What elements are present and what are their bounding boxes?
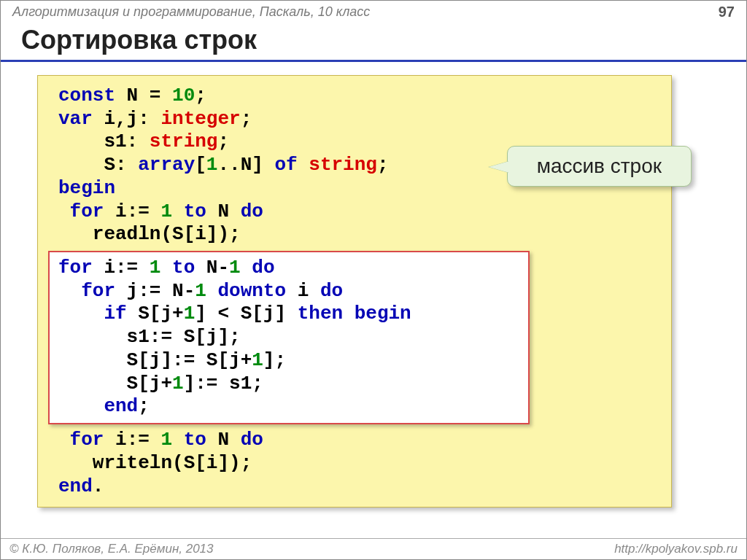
code-line: var i,j: integer; [58,108,649,131]
callout-array-of-strings: массив строк [507,146,692,187]
highlighted-code-block: for i:= 1 to N-1 do for j:= N-1 downto i… [48,251,530,424]
code-line: S[j+1]:= s1; [58,373,519,396]
footer-url: http://kpolyakov.spb.ru [614,542,738,556]
copyright: © К.Ю. Поляков, Е.А. Ерёмин, 2013 [9,542,214,556]
code-line: const N = 10; [58,85,649,108]
code-line: end. [58,475,649,499]
code-line: end; [58,395,519,419]
page-title: Сортировка строк [21,25,726,55]
page-number: 97 [719,4,735,20]
code-line: for j:= N-1 downto i do [58,280,519,303]
code-line: readln(S[i]); [58,223,649,246]
code-line: for i:= 1 to N-1 do [58,257,519,280]
code-line: s1:= S[j]; [58,326,519,349]
top-bar: Алгоритмизация и программирование, Паска… [1,1,746,22]
breadcrumb: Алгоритмизация и программирование, Паска… [12,4,370,20]
title-block: Сортировка строк [1,25,746,62]
footer: © К.Ю. Поляков, Е.А. Ерёмин, 2013 http:/… [1,538,746,559]
code-block: массив строк const N = 10; var i,j: inte… [37,75,672,508]
code-line: S[j]:= S[j+1]; [58,349,519,373]
code-line: if S[j+1] < S[j] then begin [58,303,519,326]
code-line: for i:= 1 to N do [58,201,649,224]
slide: Алгоритмизация и программирование, Паска… [0,0,747,560]
code-line: for i:= 1 to N do [58,429,649,452]
code-line: writeln(S[i]); [58,452,649,475]
